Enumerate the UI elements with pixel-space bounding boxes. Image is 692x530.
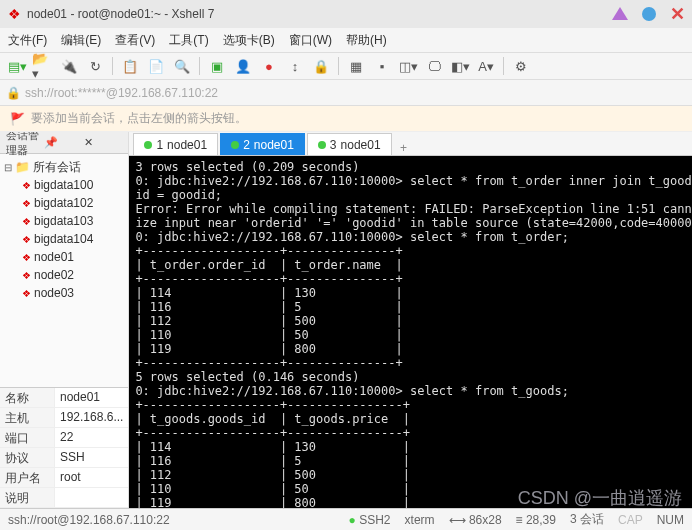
prop-row: 协议SSH (0, 448, 128, 468)
connect-icon[interactable]: 🔌 (58, 55, 80, 77)
menu-window[interactable]: 窗口(W) (289, 32, 332, 49)
app-icon: ❖ (8, 6, 21, 22)
font-icon[interactable]: A▾ (475, 55, 497, 77)
screen-icon[interactable]: 🖵 (423, 55, 445, 77)
prop-row: 说明 (0, 488, 128, 508)
properties-panel: 名称node01 主机192.168.6... 端口22 协议SSH 用户名ro… (0, 387, 128, 508)
status-connection: ssh://root@192.168.67.110:22 (8, 513, 335, 527)
session-item[interactable]: ❖bigdata104 (4, 230, 124, 248)
toolbar: ▤▾ 📂▾ 🔌 ↻ 📋 📄 🔍 ▣ 👤 ● ↕ 🔒 ▦ ▪ ◫▾ 🖵 ◧▾ A▾… (0, 52, 692, 80)
close-icon[interactable]: ✕ (670, 7, 684, 21)
maximize-icon[interactable] (642, 7, 656, 21)
menu-file[interactable]: 文件(F) (8, 32, 47, 49)
minimize-icon[interactable] (612, 7, 628, 20)
titlebar: ❖ node01 - root@node01:~ - Xshell 7 ✕ (0, 0, 692, 28)
tab-2[interactable]: 2 node01 (220, 133, 305, 155)
prop-row: 端口22 (0, 428, 128, 448)
flag-icon: 🚩 (10, 112, 25, 126)
status-size: ⟷ 86x28 (449, 513, 502, 527)
status-term: xterm (405, 513, 435, 527)
settings-icon[interactable]: ⚙ (510, 55, 532, 77)
copy-icon[interactable]: 📋 (119, 55, 141, 77)
open-icon[interactable]: 📂▾ (32, 55, 54, 77)
menu-edit[interactable]: 编辑(E) (61, 32, 101, 49)
window-title: node01 - root@node01:~ - Xshell 7 (27, 7, 612, 21)
session-tree: ⊟ 📁 所有会话 ❖bigdata100 ❖bigdata102 ❖bigdat… (0, 154, 128, 387)
ssh-dot-icon: ● (349, 513, 356, 527)
menu-help[interactable]: 帮助(H) (346, 32, 387, 49)
session-item[interactable]: ❖node03 (4, 284, 124, 302)
lock-icon[interactable]: 🔒 (310, 55, 332, 77)
split-icon[interactable]: ◫▾ (397, 55, 419, 77)
tab-3[interactable]: 3 node01 (307, 133, 392, 155)
pin-icon[interactable]: 📌 (42, 136, 82, 149)
prop-row: 主机192.168.6... (0, 408, 128, 428)
close-panel-icon[interactable]: ✕ (82, 136, 122, 149)
addressbar: 🔒 ssh://root:******@192.168.67.110:22 (0, 80, 692, 106)
paste-icon[interactable]: 📄 (145, 55, 167, 77)
terminal[interactable]: 3 rows selected (0.209 seconds) 0: jdbc:… (129, 156, 692, 508)
separator (503, 57, 504, 75)
quick-cmd-icon[interactable]: ▣ (206, 55, 228, 77)
tree-root[interactable]: ⊟ 📁 所有会话 (4, 158, 124, 176)
menu-tabs[interactable]: 选项卡(B) (223, 32, 275, 49)
lock-small-icon: 🔒 (6, 86, 21, 100)
session-icon: ❖ (22, 216, 31, 227)
statusbar: ssh://root@192.168.67.110:22 ● SSH2 xter… (0, 508, 692, 530)
session-item[interactable]: ❖bigdata102 (4, 194, 124, 212)
folder-icon: 📁 (15, 160, 30, 174)
new-session-icon[interactable]: ▤▾ (6, 55, 28, 77)
status-caps: CAP (618, 513, 643, 527)
search-icon[interactable]: 🔍 (171, 55, 193, 77)
tree-root-label: 所有会话 (33, 159, 81, 176)
tab-1[interactable]: 1 node01 (133, 133, 218, 155)
session-item[interactable]: ❖bigdata103 (4, 212, 124, 230)
session-item[interactable]: ❖node02 (4, 266, 124, 284)
session-item[interactable]: ❖node01 (4, 248, 124, 266)
session-icon: ❖ (22, 234, 31, 245)
session-icon: ❖ (22, 252, 31, 263)
separator (338, 57, 339, 75)
session-icon: ❖ (22, 288, 31, 299)
reconnect-icon[interactable]: ↻ (84, 55, 106, 77)
separator (112, 57, 113, 75)
status-ssh: ● SSH2 (349, 513, 391, 527)
status-dot-icon (144, 141, 152, 149)
tab-add-button[interactable]: + (394, 141, 414, 155)
sidebar: 会话管理器 📌 ✕ ⊟ 📁 所有会话 ❖bigdata100 ❖bigdata1… (0, 132, 129, 508)
window-controls: ✕ (612, 7, 684, 21)
address-text[interactable]: ssh://root:******@192.168.67.110:22 (25, 86, 218, 100)
tile2-icon[interactable]: ▪ (371, 55, 393, 77)
collapse-icon[interactable]: ⊟ (4, 162, 15, 173)
session-icon: ❖ (22, 270, 31, 281)
prop-row: 用户名root (0, 468, 128, 488)
session-item[interactable]: ❖bigdata100 (4, 176, 124, 194)
menu-tools[interactable]: 工具(T) (169, 32, 208, 49)
tile-icon[interactable]: ▦ (345, 55, 367, 77)
status-pos: ≡ 28,39 (516, 513, 556, 527)
color-icon[interactable]: ◧▾ (449, 55, 471, 77)
prop-row: 名称node01 (0, 388, 128, 408)
separator (199, 57, 200, 75)
session-manager-header: 会话管理器 📌 ✕ (0, 132, 128, 154)
session-icon: ❖ (22, 198, 31, 209)
status-num: NUM (657, 513, 684, 527)
infobar-text: 要添加当前会话，点击左侧的箭头按钮。 (31, 110, 247, 127)
status-dot-icon (231, 141, 239, 149)
user-icon[interactable]: 👤 (232, 55, 254, 77)
scroll-icon[interactable]: ↕ (284, 55, 306, 77)
session-icon: ❖ (22, 180, 31, 191)
status-dot-icon (318, 141, 326, 149)
terminal-area: 1 node01 2 node01 3 node01 + ◂ ▸ ▾ 3 row… (129, 132, 692, 508)
menu-view[interactable]: 查看(V) (115, 32, 155, 49)
main-area: 会话管理器 📌 ✕ ⊟ 📁 所有会话 ❖bigdata100 ❖bigdata1… (0, 132, 692, 508)
tabstrip: 1 node01 2 node01 3 node01 + ◂ ▸ ▾ (129, 132, 692, 156)
infobar: 🚩 要添加当前会话，点击左侧的箭头按钮。 (0, 106, 692, 132)
menubar: 文件(F) 编辑(E) 查看(V) 工具(T) 选项卡(B) 窗口(W) 帮助(… (0, 28, 692, 52)
status-sessions: 3 会话 (570, 511, 604, 528)
record-icon[interactable]: ● (258, 55, 280, 77)
